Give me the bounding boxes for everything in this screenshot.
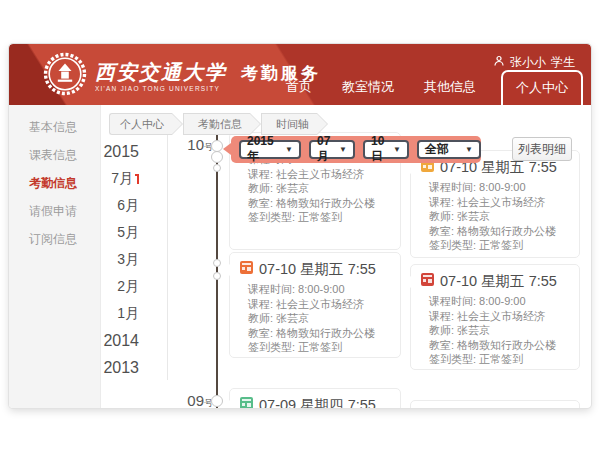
timeline-month-item[interactable]: 7月 (49, 165, 149, 192)
breadcrumb: 个人中心考勤信息时间轴 (109, 113, 328, 135)
breadcrumb-item[interactable]: 考勤信息 (183, 113, 250, 135)
year-dropdown[interactable]: 2015年▼ (239, 140, 301, 159)
attendance-card: 07-10 星期五 7:55课程时间: 8:00-9:00课程: 社会主义市场经… (229, 252, 401, 358)
timeline-node (213, 272, 221, 280)
card-field: 签到类型: 正常签到 (429, 238, 569, 253)
card-field: 教师: 张芸京 (429, 323, 569, 338)
timeline-node (213, 164, 221, 172)
attendance-card (410, 400, 580, 408)
main-nav: 首页教室情况其他信息个人中心 (271, 70, 583, 105)
timeline-month-nav: 20157月6月5月3月2月1月20142013 (49, 138, 149, 381)
card-field: 课程: 社会主义市场经济 (429, 309, 569, 324)
card-title-row: 07-09 星期四 7:55 (240, 395, 390, 408)
university-name-en: XI'AN JIAO TONG UNIVERSITY (95, 85, 227, 92)
timeline-month-item[interactable]: 5月 (49, 219, 149, 246)
nav-tab[interactable]: 个人中心 (501, 70, 583, 105)
month-divider (167, 134, 168, 380)
card-title: 07-10 星期五 7:55 (440, 272, 557, 291)
app-header: 西安交通大学 XI'AN JIAO TONG UNIVERSITY 考勤服务 张… (9, 44, 591, 105)
card-field: 课程时间: 8:00-9:00 (248, 282, 390, 297)
chevron-down-icon: ▼ (393, 145, 401, 154)
card-field: 课程: 社会主义市场经济 (248, 297, 390, 312)
calendar-icon (240, 396, 253, 408)
university-logo-icon (43, 52, 87, 100)
card-field: 签到类型: 正常签到 (248, 340, 390, 355)
timeline-year-item[interactable]: 2013 (49, 354, 149, 381)
card-title: 07-10 星期五 7:55 (259, 260, 376, 279)
dropdown-value: 全部 (425, 141, 449, 158)
attendance-card: 07-10 星期五 7:55课程时间: 8:00-9:00课程: 社会主义市场经… (410, 150, 580, 258)
dropdown-value: 10日 (371, 134, 389, 165)
breadcrumb-item[interactable]: 个人中心 (109, 113, 172, 135)
card-field: 教室: 格物致知行政办公楼 (248, 196, 390, 211)
card-field: 教室: 格物致知行政办公楼 (429, 338, 569, 353)
timeline-day-label: 09号 (159, 392, 213, 408)
card-fields: 课程时间: 8:00-9:00课程: 社会主义市场经济教师: 张芸京教室: 格物… (240, 282, 390, 355)
calendar-icon (421, 272, 434, 290)
timeline-month-item[interactable]: 6月 (49, 192, 149, 219)
user-info[interactable]: 张小小 学生 (493, 54, 575, 71)
card-title-row: 07-10 星期五 7:55 (240, 259, 390, 279)
dropdown-value: 2015年 (247, 134, 281, 165)
card-field: 签到类型: 正常签到 (429, 352, 569, 367)
month-dropdown[interactable]: 07月▼ (309, 140, 355, 159)
chevron-down-icon: ▼ (465, 145, 473, 154)
day-number: 10 (187, 136, 204, 153)
chevron-down-icon: ▼ (339, 145, 347, 154)
card-field: 教室: 格物致知行政办公楼 (248, 326, 390, 341)
timeline-year-item[interactable]: 2014 (49, 327, 149, 354)
card-field: 课程: 社会主义市场经济 (248, 167, 390, 182)
attendance-card: 07-10 星期五 7:55课程时间: 8:00-9:00课程: 社会主义市场经… (410, 264, 580, 370)
user-name: 张小小 (510, 54, 546, 71)
card-field: 教师: 张芸京 (429, 209, 569, 224)
breadcrumb-item[interactable]: 时间轴 (261, 113, 317, 135)
sidebar-item[interactable]: 基本信息 (9, 113, 100, 141)
current-month-marker (135, 174, 139, 184)
filter-bar: 2015年▼07月▼10日▼全部▼ (231, 136, 481, 163)
timeline-node (213, 259, 221, 267)
calendar-icon (240, 260, 253, 278)
card-fields: 课程时间: 8:00-9:00课程: 社会主义市场经济教师: 张芸京教室: 格物… (421, 180, 569, 253)
user-role: 学生 (551, 54, 575, 71)
card-field: 课程时间: 8:00-9:00 (429, 180, 569, 195)
card-title: 07-09 星期四 7:55 (259, 396, 376, 409)
timeline-month-item[interactable]: 3月 (49, 246, 149, 273)
card-field: 签到类型: 正常签到 (248, 210, 390, 225)
timeline-node (211, 151, 223, 163)
timeline-day-label: 10号 (159, 136, 213, 154)
type-dropdown[interactable]: 全部▼ (417, 140, 481, 159)
day-dropdown[interactable]: 10日▼ (363, 140, 409, 159)
card-field: 教师: 张芸京 (248, 311, 390, 326)
timeline-month-item[interactable]: 1月 (49, 300, 149, 327)
nav-tab[interactable]: 首页 (271, 78, 327, 105)
card-field: 教师: 张芸京 (248, 181, 390, 196)
card-title-row: 07-10 星期五 7:55 (421, 271, 569, 291)
list-detail-button[interactable]: 列表明细 (512, 137, 572, 161)
university-name-block: 西安交通大学 XI'AN JIAO TONG UNIVERSITY (95, 61, 227, 92)
timeline-month-item[interactable]: 2月 (49, 273, 149, 300)
nav-tab[interactable]: 其他信息 (409, 78, 491, 105)
university-name-cn: 西安交通大学 (95, 61, 227, 83)
app-window: 西安交通大学 XI'AN JIAO TONG UNIVERSITY 考勤服务 张… (9, 44, 591, 408)
card-field: 课程: 社会主义市场经济 (429, 195, 569, 210)
attendance-card: 07-09 星期四 7:55课程时间: 8:00-9:00课程: 社会主义市场经… (229, 388, 401, 408)
nav-tab[interactable]: 教室情况 (327, 78, 409, 105)
person-icon (493, 55, 505, 70)
chevron-down-icon: ▼ (285, 145, 293, 154)
timeline-year-item[interactable]: 2015 (49, 138, 149, 165)
day-number: 09 (187, 392, 204, 408)
timeline-node (211, 395, 223, 407)
card-field: 教室: 格物致知行政办公楼 (429, 224, 569, 239)
card-field: 课程时间: 8:00-9:00 (429, 294, 569, 309)
card-fields: 课程时间: 8:00-9:00课程: 社会主义市场经济教师: 张芸京教室: 格物… (421, 294, 569, 367)
dropdown-value: 07月 (317, 134, 335, 165)
